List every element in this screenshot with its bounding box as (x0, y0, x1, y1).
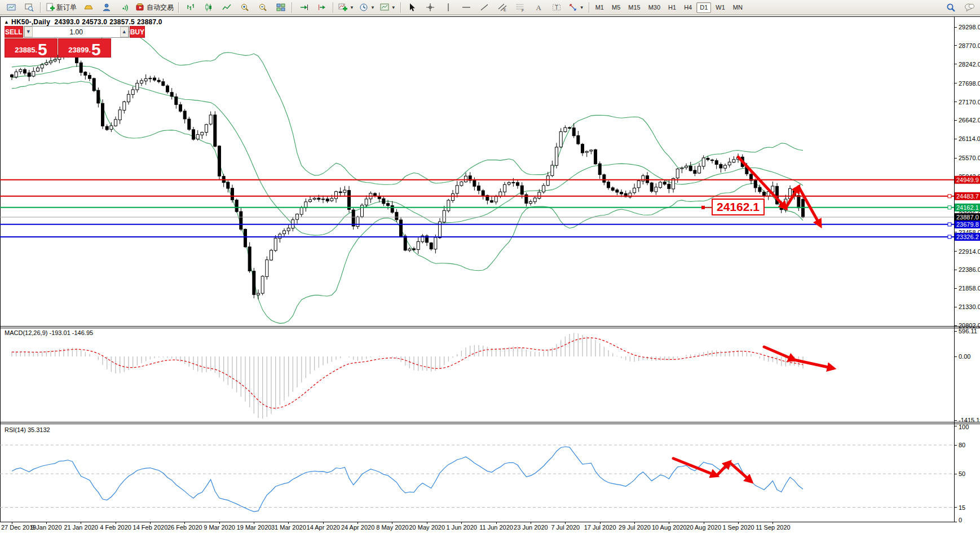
clock-icon (359, 3, 368, 12)
charts-window-button[interactable] (2, 1, 20, 14)
bar-chart-button[interactable] (182, 1, 199, 14)
cursor-tool-button[interactable] (404, 1, 421, 14)
bollinger-bands[interactable] (12, 28, 803, 324)
timeframe-H4[interactable]: H4 (681, 2, 695, 13)
rsi-trend-arrow[interactable] (673, 459, 751, 482)
chart-frame (0, 16, 980, 522)
candlestick-icon (204, 3, 213, 12)
callout-connector (701, 206, 712, 209)
chart-canvas[interactable]: 29298.028770.028242.027698.027170.026642… (0, 0, 980, 533)
autotrading-icon (136, 3, 145, 12)
candlestick-button[interactable] (200, 1, 217, 14)
sell-button[interactable]: SELL (5, 26, 23, 38)
toolbar-separator (400, 2, 401, 13)
toolbar-separator (292, 2, 292, 13)
rsi-axis: 1008050150 (954, 424, 969, 523)
community-button[interactable] (98, 1, 115, 14)
timeframe-M15[interactable]: M15 (625, 2, 643, 13)
svg-text:14 Apr 2020: 14 Apr 2020 (307, 524, 340, 531)
timeframe-D1[interactable]: D1 (696, 2, 711, 13)
svg-text:26114.0: 26114.0 (959, 135, 980, 142)
crosshair-tool-button[interactable] (422, 1, 439, 14)
fibonacci-icon: F (516, 3, 525, 12)
buy-price-box[interactable]: 23899.5 (58, 38, 111, 58)
timeframe-M30[interactable]: M30 (645, 2, 664, 13)
arrows-tool-button[interactable]: ▼ (566, 1, 586, 14)
svg-text:23679.8: 23679.8 (956, 221, 979, 228)
timeframe-M5[interactable]: M5 (608, 2, 624, 13)
line-chart-button[interactable] (218, 1, 235, 14)
search-button[interactable] (942, 1, 960, 14)
ohlc-close: 23887.0 (137, 18, 162, 26)
market-button[interactable] (80, 1, 97, 14)
toolbar-separator (589, 2, 589, 13)
text-label-tool-button[interactable]: T (548, 1, 566, 14)
dropdown-caret-icon: ▼ (350, 5, 354, 10)
svg-text:A: A (536, 3, 542, 12)
symbol-period: HK50-,Daily (11, 18, 50, 26)
vertical-line-tool-button[interactable] (440, 1, 457, 14)
horizontal-line-tool-button[interactable] (458, 1, 475, 14)
collapse-triangle-icon: ▲ (4, 19, 9, 25)
indicators-icon (338, 3, 347, 12)
svg-text:22914.0: 22914.0 (959, 248, 980, 255)
svg-text:24162.1: 24162.1 (956, 204, 979, 211)
fibonacci-tool-button[interactable]: F (512, 1, 529, 14)
chart-shift-button[interactable] (313, 1, 330, 14)
svg-text:27170.0: 27170.0 (959, 99, 980, 105)
tile-windows-button[interactable] (272, 1, 289, 14)
volume-down-button[interactable]: ▼ (24, 27, 33, 37)
toolbar-separator (40, 2, 41, 13)
signal-icon (120, 3, 129, 12)
svg-text:21330.0: 21330.0 (959, 303, 980, 310)
toolbar-separator (178, 2, 179, 13)
buy-price-pip: 5 (91, 42, 101, 57)
svg-text:23887.0: 23887.0 (956, 214, 979, 221)
date-axis[interactable]: 27 Dec 20199 Jan 202021 Jan 20204 Feb 20… (1, 522, 791, 531)
svg-text:21858.0: 21858.0 (959, 285, 980, 292)
vertical-line-icon (444, 3, 453, 12)
bar-chart-icon (186, 3, 195, 12)
timeframe-H1[interactable]: H1 (665, 2, 679, 13)
channel-tool-button[interactable]: E (494, 1, 511, 14)
indicators-button[interactable]: ▼ (336, 1, 356, 14)
autotrading-button[interactable]: 自动交易 (134, 1, 176, 14)
periods-button[interactable]: ▼ (357, 1, 377, 14)
horizontal-lines[interactable]: 24949.924483.724162.123887.023679.823326… (0, 176, 980, 241)
svg-text:11 Sep 2020: 11 Sep 2020 (756, 524, 791, 531)
buy-price-main: 23899. (68, 43, 91, 57)
zoom-in-button[interactable] (236, 1, 253, 14)
sell-price-box[interactable]: 23885.5 (5, 38, 58, 58)
templates-button[interactable]: ▼ (378, 1, 398, 14)
volume-up-button[interactable]: ▲ (120, 27, 129, 37)
new-order-button[interactable]: 新订单 (43, 1, 79, 14)
one-click-trading-panel: SELL ▼ ▲ BUY 23885.5 23899.5 (5, 26, 112, 58)
signals-button[interactable] (116, 1, 133, 14)
trendline-tool-button[interactable] (476, 1, 493, 14)
timeframe-W1[interactable]: W1 (712, 2, 729, 13)
line-chart-icon (222, 3, 231, 12)
ohlc-low: 23857.5 (109, 18, 135, 26)
volume-input[interactable] (33, 27, 120, 37)
svg-text:31 Mar 2020: 31 Mar 2020 (271, 524, 306, 531)
text-tool-button[interactable]: A (530, 1, 548, 14)
zoom-out-button[interactable] (254, 1, 271, 14)
main-toolbar: 新订单 自动交易 ▼ ▼ ▼ E F A T ▼ M1M5M15M30H1H4D… (0, 0, 980, 15)
svg-text:4 Feb 2020: 4 Feb 2020 (100, 524, 131, 531)
price-callout-label[interactable]: 24162.1 (712, 199, 765, 215)
buy-button[interactable]: BUY (130, 26, 145, 38)
svg-text:7 Jul 2020: 7 Jul 2020 (551, 524, 580, 531)
chat-button[interactable] (960, 1, 978, 14)
template-icon (380, 3, 389, 12)
chart-ohlc-header: ▲HK50-,Daily 24393.024573.023857.523887.… (4, 18, 165, 26)
rsi-indicator-label: RSI(14) 35.3132 (5, 426, 50, 433)
timeframe-MN[interactable]: MN (730, 2, 746, 13)
svg-text:0: 0 (959, 517, 962, 523)
zoom-in-icon (240, 3, 249, 12)
candles[interactable] (11, 49, 805, 299)
equidistant-channel-icon: E (498, 3, 507, 12)
chart-window-icon (7, 3, 16, 12)
profiles-button[interactable] (20, 1, 38, 14)
auto-scroll-button[interactable] (295, 1, 312, 14)
timeframe-M1[interactable]: M1 (592, 2, 607, 13)
